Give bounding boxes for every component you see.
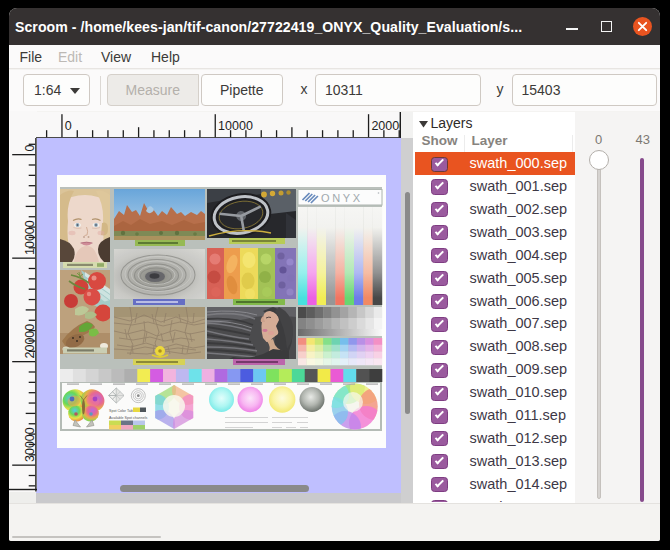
svg-text:20000: 20000 [371, 119, 401, 133]
svg-text:0: 0 [65, 119, 72, 133]
svg-text:Spot Color Table: Spot Color Table [109, 409, 136, 413]
svg-text:30000: 30000 [22, 427, 36, 462]
svg-text:10000: 10000 [218, 119, 253, 133]
svg-text:Available Spot channels: Available Spot channels [109, 416, 147, 420]
svg-text:20000: 20000 [22, 324, 36, 359]
svg-text:0: 0 [22, 145, 36, 152]
svg-text:10000: 10000 [22, 220, 36, 255]
